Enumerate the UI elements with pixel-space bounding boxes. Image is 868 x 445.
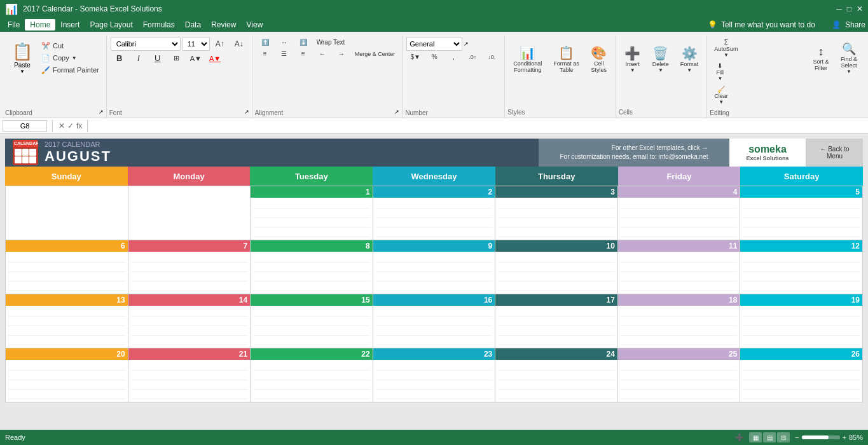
paste-button[interactable]: 📋 Paste ▼	[6, 37, 38, 79]
currency-button[interactable]: $▼	[406, 51, 424, 62]
insert-function-icon[interactable]: fx	[76, 121, 82, 130]
menu-data[interactable]: Data	[180, 19, 206, 31]
new-sheet-button[interactable]: ➕	[735, 434, 744, 442]
calendar-cell[interactable]	[6, 186, 128, 240]
calendar-cell[interactable]: 17	[495, 294, 618, 348]
font-expand-icon[interactable]: ↗	[244, 109, 249, 115]
calendar-cell[interactable]: 25	[618, 348, 741, 402]
align-right-button[interactable]: ≡	[294, 48, 312, 59]
calendar-cell[interactable]	[128, 186, 251, 240]
calendar-cell[interactable]: 1	[251, 186, 373, 240]
zoom-slider[interactable]	[802, 435, 840, 439]
align-center-button[interactable]: ☰	[275, 48, 293, 59]
bold-button[interactable]: B	[111, 51, 128, 65]
sort-filter-button[interactable]: ↕️ Sort & Filter	[808, 37, 834, 79]
decimal-decrease-button[interactable]: ↓0.	[483, 52, 500, 62]
calendar-cell[interactable]: 20	[6, 348, 128, 402]
calendar-cell[interactable]: 6	[6, 240, 128, 294]
font-shrink-button[interactable]: A↓	[230, 38, 248, 50]
merge-center-button[interactable]: Merge & Center	[352, 49, 399, 59]
autosum-button[interactable]: Σ AutoSum ▼	[711, 37, 741, 60]
font-grow-button[interactable]: A↑	[211, 38, 229, 50]
calendar-cell[interactable]: 5	[740, 186, 863, 240]
calendar-cell[interactable]: 10	[495, 240, 618, 294]
cal-line	[743, 308, 860, 317]
comma-button[interactable]: ,	[444, 51, 462, 62]
maximize-icon[interactable]: □	[847, 4, 851, 13]
percent-button[interactable]: %	[425, 51, 443, 62]
clear-button[interactable]: 🧹 Clear ▼	[711, 84, 731, 107]
formula-input[interactable]	[93, 120, 865, 132]
conditional-formatting-button[interactable]: 📊 Conditional Formatting	[509, 38, 546, 80]
format-button[interactable]: ⚙️ Format ▼	[676, 38, 703, 80]
menu-file[interactable]: File	[3, 19, 25, 31]
align-left-button[interactable]: ≡	[256, 48, 274, 59]
number-format-select[interactable]: General	[406, 37, 462, 51]
cut-button[interactable]: ✂️ Cut	[38, 41, 102, 51]
wrap-text-button[interactable]: Wrap Text	[313, 37, 348, 48]
indent-decrease-button[interactable]: ←	[313, 48, 331, 59]
cell-styles-button[interactable]: 🎨 Cell Styles	[586, 38, 612, 80]
zoom-out-button[interactable]: −	[795, 434, 799, 441]
alignment-expand-icon[interactable]: ↗	[394, 109, 399, 115]
page-break-view-button[interactable]: ⊟	[777, 432, 790, 442]
copy-button[interactable]: 📄 Copy ▼	[38, 53, 102, 64]
delete-button[interactable]: 🗑️ Delete ▼	[648, 38, 673, 80]
cancel-icon[interactable]: ✕	[59, 121, 65, 130]
normal-view-button[interactable]: ▦	[749, 432, 762, 442]
italic-button[interactable]: I	[130, 51, 148, 65]
page-layout-view-button[interactable]: ▤	[763, 432, 776, 442]
fill-color-button[interactable]: A▼	[187, 53, 205, 64]
menu-insert[interactable]: Insert	[55, 19, 85, 31]
menu-view[interactable]: View	[242, 19, 268, 31]
insert-button[interactable]: ➕ Insert ▼	[620, 38, 645, 80]
calendar-cell[interactable]: 23	[373, 348, 496, 402]
font-family-select[interactable]: Calibri	[111, 37, 181, 51]
calendar-cell[interactable]: 7	[128, 240, 251, 294]
underline-button[interactable]: U	[149, 51, 167, 65]
confirm-icon[interactable]: ✓	[67, 121, 74, 130]
calendar-cell[interactable]: 21	[128, 348, 251, 402]
calendar-cell[interactable]: 3	[495, 186, 618, 240]
fill-button[interactable]: ⬇ Fill ▼	[711, 60, 729, 83]
calendar-cell[interactable]: 24	[495, 348, 618, 402]
calendar-cell[interactable]: 14	[128, 294, 251, 348]
align-top-button[interactable]: ⬆️	[256, 37, 274, 48]
menu-page-layout[interactable]: Page Layout	[85, 19, 137, 31]
tell-me-input[interactable]: Tell me what you want to do	[721, 20, 815, 29]
calendar-cell[interactable]: 8	[251, 240, 373, 294]
menu-review[interactable]: Review	[206, 19, 241, 31]
format-table-button[interactable]: 📋 Format as Table	[549, 38, 584, 80]
align-bottom-button[interactable]: ⬇️	[294, 37, 312, 48]
indent-increase-button[interactable]: →	[333, 48, 350, 59]
calendar-cell[interactable]: 9	[373, 240, 496, 294]
share-btn[interactable]: Share	[845, 20, 865, 29]
menu-home[interactable]: Home	[25, 19, 55, 31]
calendar-cell[interactable]: 26	[740, 348, 863, 402]
back-to-menu-button[interactable]: ← Back to Menu	[806, 139, 863, 167]
zoom-in-button[interactable]: +	[843, 434, 846, 441]
border-button[interactable]: ⊞	[168, 52, 186, 64]
calendar-cell[interactable]: 4	[618, 186, 741, 240]
calendar-cell[interactable]: 18	[618, 294, 741, 348]
format-painter-button[interactable]: 🖌️ Format Painter	[38, 65, 102, 76]
calendar-cell[interactable]: 15	[251, 294, 373, 348]
find-select-button[interactable]: 🔍 Find & Select ▼	[836, 37, 862, 79]
menu-formulas[interactable]: Formulas	[138, 19, 180, 31]
cell-reference-input[interactable]	[3, 120, 47, 132]
calendar-cell[interactable]: 16	[373, 294, 496, 348]
close-icon[interactable]: ✕	[857, 4, 863, 13]
calendar-cell[interactable]: 11	[618, 240, 741, 294]
number-expand-icon[interactable]: ↗	[464, 41, 469, 47]
font-color-button[interactable]: A▼	[206, 53, 224, 64]
align-middle-button[interactable]: ↔	[275, 37, 293, 48]
calendar-cell[interactable]: 12	[740, 240, 863, 294]
decimal-increase-button[interactable]: .0↑	[464, 52, 481, 62]
calendar-cell[interactable]: 2	[373, 186, 496, 240]
minimize-icon[interactable]: ─	[836, 4, 842, 13]
calendar-cell[interactable]: 19	[740, 294, 863, 348]
calendar-cell[interactable]: 22	[251, 348, 373, 402]
font-size-select[interactable]: 11	[182, 37, 210, 51]
clipboard-expand-icon[interactable]: ↗	[99, 109, 104, 115]
calendar-cell[interactable]: 13	[6, 294, 128, 348]
